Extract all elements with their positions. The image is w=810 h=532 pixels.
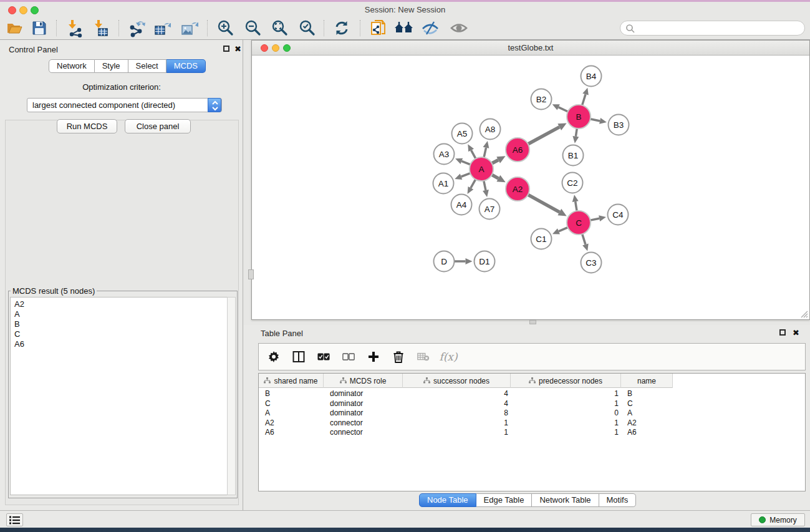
tab-mcds[interactable]: MCDS <box>166 59 206 73</box>
edge-A-A8[interactable] <box>483 141 489 157</box>
run-mcds-button[interactable]: Run MCDS <box>57 119 117 133</box>
result-list-scrollbar[interactable] <box>227 297 236 495</box>
table-settings-gear-icon[interactable] <box>268 350 280 364</box>
cell-MCDS-role[interactable]: connector <box>324 427 403 437</box>
zoom-out-icon[interactable] <box>242 19 263 37</box>
select-all-rows-icon[interactable] <box>317 350 330 364</box>
export-network-icon[interactable] <box>126 19 147 37</box>
table-row[interactable]: Bdominator41B <box>259 389 673 399</box>
delete-column-icon[interactable] <box>392 350 405 364</box>
cell-shared-name[interactable]: C <box>259 399 324 409</box>
result-item[interactable]: A6 <box>14 339 228 349</box>
node-A5[interactable]: A5 <box>452 123 473 144</box>
tab-motifs[interactable]: Motifs <box>599 493 637 507</box>
cell-shared-name[interactable]: A6 <box>259 427 324 437</box>
result-item[interactable]: A <box>14 309 228 319</box>
export-image-icon[interactable] <box>179 19 200 37</box>
node-B1[interactable]: B1 <box>563 145 584 166</box>
result-item[interactable]: C <box>14 329 228 339</box>
node-C1[interactable]: C1 <box>531 229 552 249</box>
column-browser-icon[interactable] <box>292 350 305 364</box>
node-C2[interactable]: C2 <box>562 173 583 193</box>
edge-A-A6[interactable] <box>492 156 506 163</box>
cell-shared-name[interactable]: A <box>259 408 324 418</box>
edge-A-A3[interactable] <box>455 158 470 165</box>
network-window-titlebar[interactable]: testGlobe.txt <box>252 41 809 56</box>
column-header-shared-name[interactable]: shared name <box>259 374 324 388</box>
new-network-from-selection-icon[interactable] <box>368 19 389 37</box>
import-network-icon[interactable] <box>64 19 85 37</box>
deselect-all-rows-icon[interactable] <box>342 350 355 364</box>
node-A[interactable]: A <box>470 157 493 181</box>
dropdown-stepper[interactable] <box>208 98 221 112</box>
export-table-icon[interactable] <box>152 19 173 37</box>
node-C3[interactable]: C3 <box>581 253 602 273</box>
node-B2[interactable]: B2 <box>531 89 552 110</box>
node-A7[interactable]: A7 <box>480 199 500 220</box>
mcds-result-list[interactable]: A2ABCA6 <box>10 297 228 495</box>
cell-name[interactable]: B <box>621 389 673 399</box>
import-table-icon[interactable] <box>90 19 112 37</box>
edge-A-A1[interactable] <box>455 173 470 180</box>
tab-style[interactable]: Style <box>95 59 128 73</box>
first-neighbors-icon[interactable] <box>393 19 415 37</box>
node-C4[interactable]: C4 <box>608 205 629 225</box>
result-item[interactable]: B <box>14 319 228 329</box>
tab-edge-table[interactable]: Edge Table <box>476 493 533 507</box>
cell-successor-nodes[interactable]: 1 <box>403 427 511 437</box>
node-D1[interactable]: D1 <box>475 251 495 272</box>
column-header-successor-nodes[interactable]: successor nodes <box>403 374 511 388</box>
edge-D-D1[interactable] <box>455 258 473 264</box>
node-B3[interactable]: B3 <box>609 115 629 135</box>
tab-node-table[interactable]: Node Table <box>419 493 476 507</box>
close-panel-button[interactable]: Close panel <box>125 119 191 133</box>
refresh-layout-icon[interactable] <box>331 19 352 37</box>
task-history-button[interactable] <box>6 513 23 526</box>
network-graph[interactable]: B4B2BB3B1A5A8A6A3AA1C2A4A7A2CC4C1C3DD1 <box>253 56 809 319</box>
cell-predecessor-nodes[interactable]: 1 <box>511 399 621 409</box>
edge-B-B3[interactable] <box>591 118 607 124</box>
cell-shared-name[interactable]: A2 <box>259 418 324 428</box>
node-B[interactable]: B <box>567 105 591 128</box>
cell-MCDS-role[interactable]: connector <box>324 418 403 428</box>
edge-A2-C[interactable] <box>528 195 567 216</box>
cell-predecessor-nodes[interactable]: 0 <box>511 408 621 418</box>
node-A8[interactable]: A8 <box>480 119 501 140</box>
cell-MCDS-role[interactable]: dominator <box>324 408 403 418</box>
horizontal-scrollbar-thumb[interactable] <box>529 320 536 324</box>
tab-network[interactable]: Network <box>49 59 95 73</box>
column-header-MCDS-role[interactable]: MCDS role <box>324 374 403 388</box>
column-header-name[interactable]: name <box>621 374 673 388</box>
column-header-predecessor-nodes[interactable]: predecessor nodes <box>511 374 621 388</box>
vertical-scrollbar-thumb[interactable] <box>248 269 254 279</box>
zoom-fit-icon[interactable] <box>269 19 290 37</box>
node-D[interactable]: D <box>434 251 455 272</box>
edge-A-A4[interactable] <box>468 180 476 194</box>
search-input[interactable] <box>620 21 805 36</box>
float-panel-icon[interactable] <box>779 329 786 336</box>
add-column-icon[interactable] <box>367 350 380 364</box>
edge-B-B2[interactable] <box>552 104 568 112</box>
edge-C-C1[interactable] <box>552 228 568 235</box>
edge-C-C4[interactable] <box>591 215 606 221</box>
node-C[interactable]: C <box>567 211 591 235</box>
memory-button[interactable]: Memory <box>751 513 805 526</box>
optimization-criterion-dropdown[interactable]: largest connected component (directed) <box>27 98 222 112</box>
node-A6[interactable]: A6 <box>506 138 529 162</box>
cell-MCDS-role[interactable]: dominator <box>324 389 403 399</box>
cell-predecessor-nodes[interactable]: 1 <box>511 427 621 437</box>
close-panel-icon[interactable]: ✖ <box>793 329 799 337</box>
close-panel-icon[interactable]: ✖ <box>234 46 241 53</box>
network-canvas[interactable]: B4B2BB3B1A5A8A6A3AA1C2A4A7A2CC4C1C3DD1 <box>253 56 809 319</box>
edge-A-A7[interactable] <box>483 181 489 197</box>
table-row[interactable]: Cdominator41C <box>259 399 673 409</box>
edge-A-A5[interactable] <box>468 144 476 158</box>
tab-select[interactable]: Select <box>128 59 166 73</box>
table-row[interactable]: Adominator80A <box>259 408 673 418</box>
edge-C-C2[interactable] <box>572 195 579 211</box>
node-A1[interactable]: A1 <box>433 173 454 194</box>
cell-shared-name[interactable]: B <box>259 389 324 399</box>
edge-B-B4[interactable] <box>582 88 589 105</box>
node-B4[interactable]: B4 <box>581 66 602 87</box>
edge-A-A2[interactable] <box>492 175 506 182</box>
